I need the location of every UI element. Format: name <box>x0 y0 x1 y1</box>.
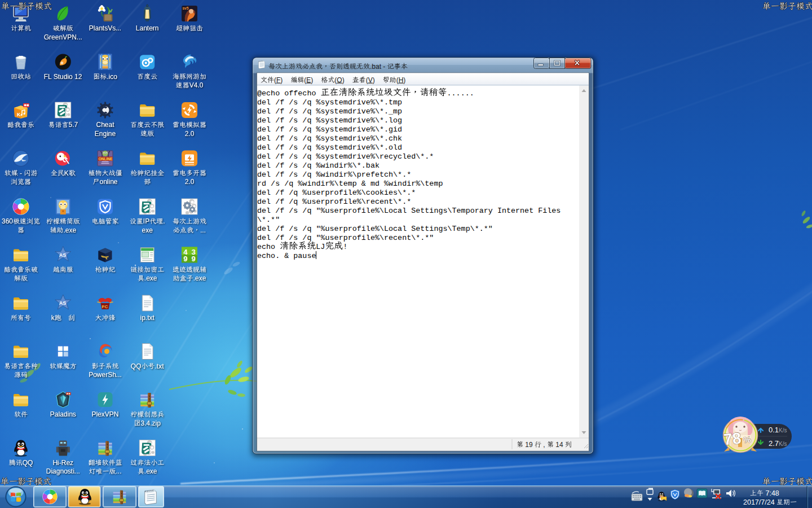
svg-text:del /f /s /q %systemdrive%\*.t: del /f /s /q %systemdrive%\*.tmp <box>257 98 402 107</box>
svg-text:del /f /s /q "%userprofile%\Lo: del /f /s /q "%userprofile%\Local Settin… <box>257 225 493 233</box>
svg-text:Paladins: Paladins <box>50 410 76 418</box>
svg-text:del /f /s /q %systemdrive%\*.c: del /f /s /q %systemdrive%\*.chk <box>257 134 402 143</box>
svg-text:0.1K/s: 0.1K/s <box>769 426 787 434</box>
svg-text:GreenVPN...: GreenVPN... <box>44 33 82 41</box>
svg-text:del /f /s /q "%userprofile%\re: del /f /s /q "%userprofile%\recent\*.*" <box>257 234 434 242</box>
svg-text:echo: echo <box>257 243 280 251</box>
svg-text:del /f /s /q %systemdrive%\*.g: del /f /s /q %systemdrive%\*.gid <box>257 125 402 134</box>
svg-text:360: 360 <box>2 217 13 225</box>
svg-text:......: ...... <box>447 89 474 98</box>
svg-text:del /f /s /q "%userprofile%\Lo: del /f /s /q "%userprofile%\Local Settin… <box>257 207 561 215</box>
svg-text:ip.txt: ip.txt <box>140 314 155 322</box>
svg-text:FL Studio 12: FL Studio 12 <box>44 73 82 81</box>
svg-text:k: k <box>51 314 55 322</box>
svg-text:.ico: .ico <box>107 73 117 81</box>
svg-text:ONLINE: ONLINE <box>99 157 113 161</box>
svg-text:del /f /s /q %systemdrive%\*._: del /f /s /q %systemdrive%\*._mp <box>257 107 402 116</box>
svg-text:K: K <box>17 112 21 117</box>
svg-text:del /f /s /q %systemdrive%\*.l: del /f /s /q %systemdrive%\*.log <box>257 116 402 125</box>
svg-text:2.0: 2.0 <box>185 178 195 186</box>
svg-text:QQ: QQ <box>23 459 33 467</box>
svg-text:Lantern: Lantern <box>136 24 159 32</box>
svg-text:LJ: LJ <box>316 243 325 251</box>
svg-text:(F): (F) <box>274 76 283 84</box>
svg-text:Hi-Rez: Hi-Rez <box>52 459 73 467</box>
svg-text:...: ... <box>116 467 121 475</box>
svg-text:!: ! <box>343 243 347 251</box>
svg-text:exe: exe <box>142 226 153 234</box>
svg-text:del /f /s /q %systemdrive%\rec: del /f /s /q %systemdrive%\recycled\*.* <box>257 152 434 161</box>
svg-text:FC: FC <box>102 304 108 309</box>
svg-text:del /f /q %userprofile%\recent: del /f /q %userprofile%\recent\*.* <box>257 198 411 206</box>
svg-text:19: 19 <box>523 441 535 449</box>
svg-text:2.7K/s: 2.7K/s <box>769 439 787 448</box>
svg-text:78: 78 <box>723 429 742 448</box>
svg-text:IP: IP <box>143 217 149 225</box>
svg-text:.bat -: .bat - <box>370 63 387 71</box>
svg-text:AS: AS <box>59 252 67 258</box>
svg-text:.exe: .exe <box>63 226 76 234</box>
svg-text:PowerSh...: PowerSh... <box>89 371 122 379</box>
svg-text:del /f /s /q %systemdrive%\*.o: del /f /s /q %systemdrive%\*.old <box>257 143 402 152</box>
svg-text:-: - <box>18 169 24 177</box>
svg-text:(O): (O) <box>334 76 344 84</box>
svg-text:%: % <box>743 435 752 445</box>
svg-text:K: K <box>64 169 69 177</box>
svg-text:Diagnosti...: Diagnosti... <box>46 467 80 475</box>
svg-text:online: online <box>99 178 117 186</box>
svg-text:QQ: QQ <box>131 362 142 370</box>
svg-text:del /f /q %userprofile%\cookie: del /f /q %userprofile%\cookies\*.* <box>257 189 416 197</box>
svg-text:2.0: 2.0 <box>185 130 195 138</box>
svg-text:AS: AS <box>59 300 67 306</box>
svg-text:.exe: .exe <box>144 274 157 282</box>
svg-text:V4.0: V4.0 <box>189 81 204 89</box>
svg-text:sv5: sv5 <box>183 6 189 10</box>
svg-text:del /f /s /q %windir%\*.bak: del /f /s /q %windir%\*.bak <box>257 161 379 170</box>
svg-text:14: 14 <box>554 441 565 449</box>
svg-text:5.7: 5.7 <box>68 121 78 129</box>
svg-text:rd /s /q %windir%\temp & md %w: rd /s /q %windir%\temp & md %windir%\tem… <box>257 179 443 188</box>
svg-text:2017/7/24: 2017/7/24 <box>743 498 776 506</box>
svg-text:3.4.zip: 3.4.zip <box>141 419 161 427</box>
svg-text:7:48: 7:48 <box>764 489 779 497</box>
svg-text:del /f /s /q %windir%\prefetch: del /f /s /q %windir%\prefetch\*.* <box>257 170 411 179</box>
svg-text:.exe: .exe <box>193 274 206 282</box>
svg-text:Engine: Engine <box>95 130 116 138</box>
svg-text:,: , <box>541 441 547 449</box>
svg-text:\*.*": \*.*" <box>257 216 280 224</box>
svg-text:(H): (H) <box>396 76 406 84</box>
svg-text:Cheat: Cheat <box>96 121 114 129</box>
svg-text:(V): (V) <box>366 76 375 84</box>
svg-text:...: ... <box>200 226 206 234</box>
svg-text:PlantsVs...: PlantsVs... <box>89 24 121 32</box>
svg-text:.txt: .txt <box>155 362 165 370</box>
svg-text:(E): (E) <box>304 76 313 84</box>
svg-text:.exe: .exe <box>144 467 157 475</box>
svg-text:.: . <box>163 217 165 225</box>
svg-text:PlexVPN: PlexVPN <box>91 410 118 418</box>
svg-text:@echo offecho: @echo offecho <box>257 89 321 98</box>
svg-text:echo. & pause: echo. & pause <box>257 252 316 260</box>
